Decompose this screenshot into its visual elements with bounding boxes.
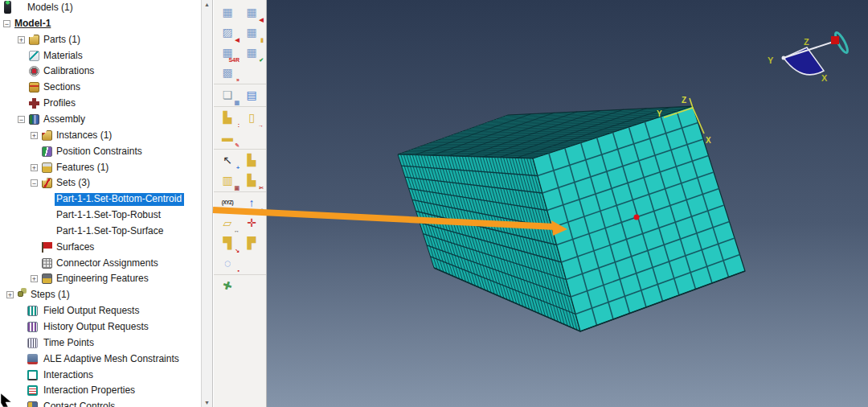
datum-plane-icon[interactable]: ▱↔ [215, 213, 240, 233]
engineering-features-icon [42, 273, 52, 284]
mesh-flip-icon-glyph: ▨ [222, 26, 232, 39]
compass-x-label: X [821, 73, 828, 83]
mesh-partition-icon[interactable]: ▦▮ [240, 23, 264, 43]
feature-cut-icon-glyph: ▛ [248, 236, 256, 249]
expand-icon[interactable]: + [6, 291, 14, 298]
element-type-icon[interactable]: ▦S4R [215, 43, 240, 63]
trim-feature-icon-glyph: ▙ [248, 174, 256, 187]
collapse-icon[interactable]: − [18, 116, 25, 123]
verify-mesh-icon[interactable]: ▦✔ [240, 43, 264, 63]
tree-item-models-1[interactable]: Models (1) [0, 0, 201, 16]
mesh-offset-icon[interactable]: ▩» [215, 63, 240, 83]
tree-item-interactions[interactable]: Interactions [0, 368, 201, 384]
meshed-cube-part[interactable] [398, 106, 745, 331]
tree-item-label: Instances (1) [56, 130, 112, 142]
expand-icon[interactable]: + [31, 132, 38, 139]
tools-icon[interactable]: ✚ [215, 276, 240, 296]
mesh-delete-icon-glyph: ▦ [246, 6, 256, 18]
tree-item-label: Position Constraints [56, 146, 142, 158]
tree-item-interaction-properties[interactable]: Interaction Properties [0, 383, 201, 399]
tree-item-label: Time Points [43, 337, 94, 349]
paint-feature-icon[interactable]: ▬✎ [215, 128, 240, 148]
tree-item-parts-1[interactable]: +Parts (1) [0, 32, 201, 48]
tree-item-materials[interactable]: Materials [0, 48, 201, 64]
tree-item-label: Part-1-1.Set-Top-Surface [56, 225, 163, 237]
trim-feature-icon[interactable]: ▙✂ [240, 171, 264, 191]
corner-feature-icon[interactable]: ▙ [240, 150, 264, 171]
sketch-icon-badge: ▪ [238, 268, 240, 273]
translate-feature-icon[interactable]: ▯→ [240, 108, 264, 128]
expand-icon[interactable]: + [18, 36, 25, 43]
parts-icon [29, 35, 39, 45]
tree-item-ale-adaptive-mesh-constraints[interactable]: ALE Adaptive Mesh Constraints [0, 352, 201, 368]
viewport[interactable]: ZYXYZX [267, 0, 868, 407]
tree-item-label: Profiles [43, 97, 76, 109]
tree-item-instances-1[interactable]: +Instances (1) [0, 128, 201, 144]
toolbox-group: (XYZ)+↑↗▱↔✛▜↘▛◌▪ [214, 192, 266, 275]
mesh-part-icon[interactable]: ▦ [215, 2, 240, 23]
select-point-icon[interactable]: ↖+ [215, 150, 240, 171]
paint-feature-icon-badge: ✎ [235, 142, 240, 148]
scroll-up-icon[interactable]: ▲ [202, 2, 212, 7]
tree-item-surfaces[interactable]: Surfaces [0, 240, 201, 256]
profiles-icon [29, 98, 39, 109]
feature-cut-icon[interactable]: ▛ [240, 233, 264, 253]
tree-item-label: Engineering Features [56, 273, 149, 285]
feature-bend-icon[interactable]: ▜↘ [215, 233, 240, 253]
xyz-point-icon-glyph: (XYZ) [222, 199, 233, 205]
tree-item-connector-assignments[interactable]: Connector Assignments [0, 256, 201, 272]
ale-icon [27, 354, 38, 364]
mesh-partition-icon-badge: ▮ [260, 37, 264, 43]
tree-item-label: Parts (1) [43, 34, 80, 46]
tree-scrollbar[interactable]: ▲ ▼ [201, 0, 213, 407]
tree-item-calibrations[interactable]: Calibrations [0, 64, 201, 80]
datum-csys-icon[interactable]: ✛ [240, 213, 264, 233]
box-feature-icon[interactable]: ▥▣ [215, 171, 240, 191]
expand-icon[interactable]: + [31, 275, 38, 282]
mesh-delete-icon[interactable]: ▦◀ [240, 2, 264, 23]
mesh-flip-icon[interactable]: ▨◀ [215, 23, 240, 43]
module-toolbox: ▦▦◀▨◀▦▮▦S4R▦✔▩»❏▦▤▙:▯→▬✎↖+▙▥▣▙✂(XYZ)+↑↗▱… [214, 0, 267, 407]
tree-item-steps-1[interactable]: +Steps (1) [0, 287, 201, 303]
sketch-icon[interactable]: ◌▪ [215, 253, 240, 273]
collapse-icon[interactable]: − [3, 20, 10, 27]
scroll-down-icon[interactable]: ▼ [202, 400, 212, 405]
tree-item-model-1[interactable]: −Model-1 [0, 16, 201, 32]
view-compass[interactable]: YZX [768, 31, 850, 83]
materials-icon [29, 51, 39, 61]
tree-item-field-output-requests[interactable]: Field Output Requests [0, 303, 201, 319]
tree-item-sets-3[interactable]: −Sets (3) [0, 175, 201, 191]
tree-item-profiles[interactable]: Profiles [0, 96, 201, 112]
interaction-properties-icon [27, 385, 38, 396]
feature-bend-icon-glyph: ▜ [223, 236, 232, 249]
copy-mesh-icon[interactable]: ❏▦ [215, 85, 240, 105]
tree-item-part-1-1-set-top-surface[interactable]: Part-1-1.Set-Top-Surface [0, 224, 201, 240]
tree-item-label: Sets (3) [56, 177, 90, 189]
tree-item-sections[interactable]: Sections [0, 80, 201, 96]
tree-item-assembly[interactable]: −Assembly [0, 112, 201, 128]
sections-icon [29, 82, 39, 92]
steps-icon [18, 291, 23, 297]
tree-item-contact-controls[interactable]: Contact Controls [0, 399, 201, 407]
collapse-icon[interactable]: − [31, 179, 38, 187]
toolbox-group: ↖+▙▥▣▙✂ [214, 150, 266, 192]
tree-item-part-1-1-set-bottom-centroid[interactable]: Part-1-1.Set-Bottom-Centroid [0, 191, 201, 208]
datum-axis-icon[interactable]: ↑↗ [240, 193, 264, 213]
tree-item-position-constraints[interactable]: Position Constraints [0, 144, 201, 160]
query-table-icon[interactable]: ▤ [240, 85, 264, 105]
trim-feature-icon-badge: ✂ [259, 185, 264, 191]
tree-item-features-1[interactable]: +Features (1) [0, 160, 201, 176]
viewport-canvas[interactable]: ZYXYZX [267, 0, 868, 407]
tree-item-label: Assembly [43, 113, 85, 125]
tree-item-part-1-1-set-top-robust[interactable]: Part-1-1.Set-Top-Robust [0, 208, 201, 224]
tree-item-label: Steps (1) [31, 289, 70, 301]
edit-vertex-icon[interactable]: ▙: [215, 108, 240, 128]
compass-free-rotate-handle[interactable] [831, 36, 839, 44]
tree-item-engineering-features[interactable]: +Engineering Features [0, 271, 201, 287]
xyz-point-icon[interactable]: (XYZ)+ [215, 193, 240, 213]
tree-item-history-output-requests[interactable]: History Output Requests [0, 319, 201, 335]
tree-item-time-points[interactable]: Time Points [0, 335, 201, 352]
toolbox-group: ✚ [214, 275, 266, 297]
translate-feature-icon-glyph: ▯ [248, 111, 255, 124]
expand-icon[interactable]: + [31, 164, 38, 171]
